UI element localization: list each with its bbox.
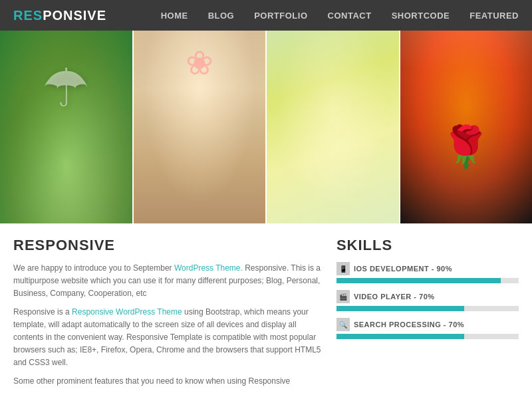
logo-sponsive: PONSIVE [43,8,106,23]
paragraph-2: Responsive is a Responsive WordPress The… [13,306,323,370]
skill-ios-header: 📱 IOS DEVELOPMENT - 90% [336,262,519,275]
skills-title: SKILLS [336,237,519,254]
gallery-item-3 [267,31,400,223]
skill-ios-bar-bg [336,278,519,283]
skills-section: SKILLS 📱 IOS DEVELOPMENT - 90% 🎬 VIDEO P… [336,237,519,393]
link-responsive-theme[interactable]: Responsive WordPress Theme [72,307,182,317]
paragraph-1: We are happy to introduce you to Septemb… [13,262,323,301]
content-section: RESPONSIVE We are happy to introduce you… [0,223,532,399]
left-content: RESPONSIVE We are happy to introduce you… [13,237,323,393]
logo-re: RES [13,8,43,23]
paragraph-3: Some other prominent features that you n… [13,375,323,388]
nav-blog[interactable]: BLOG [208,11,235,21]
gallery-image-2 [134,31,266,223]
skill-search: 🔍 SEARCH PROCESSING - 70% [336,318,519,339]
skill-search-bar-fill [336,334,464,339]
skill-video: 🎬 VIDEO PLAYER - 70% [336,290,519,311]
link-wordpress-theme[interactable]: WordPress Theme. [174,263,243,273]
gallery-image-3 [267,31,399,223]
skill-video-header: 🎬 VIDEO PLAYER - 70% [336,290,519,303]
skill-ios: 📱 IOS DEVELOPMENT - 90% [336,262,519,283]
skill-video-bar-bg [336,306,519,311]
main-title: RESPONSIVE [13,237,323,254]
skill-video-label: VIDEO PLAYER - 70% [354,293,435,301]
ios-icon: 📱 [336,262,350,275]
nav-portfolio[interactable]: PORTFOLIO [254,11,307,21]
skill-ios-bar-fill [336,278,501,283]
gallery-item-4 [400,31,533,223]
logo: RESPONSIVE [13,8,106,23]
nav-shortcode[interactable]: SHORTCODE [392,11,450,21]
gallery [0,31,532,223]
nav-contact[interactable]: CONTACT [328,11,372,21]
nav-featured[interactable]: FEATURED [469,11,519,21]
main-nav: HOME BLOG PORTFOLIO CONTACT SHORTCODE FE… [161,11,519,21]
gallery-item-2 [134,31,267,223]
gallery-image-1 [0,31,132,223]
video-icon: 🎬 [336,290,350,303]
skill-search-header: 🔍 SEARCH PROCESSING - 70% [336,318,519,331]
skill-ios-label: IOS DEVELOPMENT - 90% [354,265,452,273]
nav-home[interactable]: HOME [161,11,188,21]
gallery-item-1 [0,31,134,223]
header: RESPONSIVE HOME BLOG PORTFOLIO CONTACT S… [0,0,532,31]
skill-video-bar-fill [336,306,464,311]
search-icon: 🔍 [336,318,350,331]
skill-search-label: SEARCH PROCESSING - 70% [354,321,464,329]
skill-search-bar-bg [336,334,519,339]
gallery-image-4 [400,31,533,223]
